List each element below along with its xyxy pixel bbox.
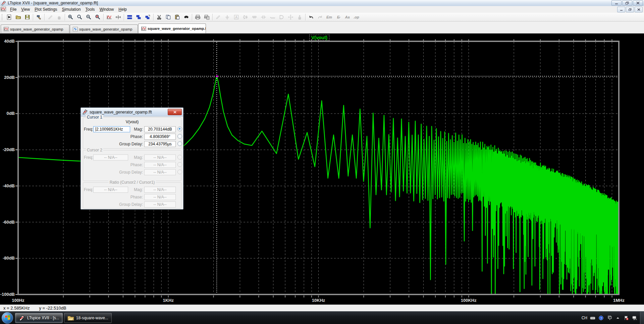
tile-horizontal-icon[interactable] bbox=[125, 13, 134, 21]
tab-strip: square_wave_generator_opampsquare_wave_g… bbox=[0, 21, 644, 34]
tray-window-icon[interactable] bbox=[606, 315, 612, 321]
copy-icon[interactable] bbox=[164, 13, 173, 21]
menu-simulation[interactable]: Simulation bbox=[60, 6, 83, 12]
show-hidden-icons-chevron[interactable] bbox=[615, 315, 621, 321]
cursor-value-field: -- N/A-- bbox=[144, 154, 176, 160]
keyboard-icon[interactable] bbox=[590, 315, 596, 321]
print-preview-icon[interactable] bbox=[202, 13, 211, 21]
window-minimize-button[interactable] bbox=[611, 0, 622, 6]
trace-legend[interactable]: V(vout) bbox=[309, 35, 329, 41]
menu-help[interactable]: Help bbox=[116, 6, 129, 12]
control-panel-icon[interactable] bbox=[34, 13, 43, 21]
cursor-value-field: -- N/A-- bbox=[144, 162, 176, 168]
cursor-radio-selected[interactable] bbox=[177, 127, 182, 131]
text-icon: Aa bbox=[343, 13, 352, 21]
tab-label: square_wave_generator_opamp bbox=[79, 27, 132, 31]
status-bar: x = 2.585KHz y = -22.510dB bbox=[0, 305, 644, 311]
cut-icon[interactable] bbox=[155, 13, 164, 21]
toolbar-separator bbox=[103, 14, 104, 20]
dialog-close-button[interactable] bbox=[168, 109, 182, 115]
phase-label: Phase: bbox=[117, 163, 143, 167]
window-title: LTspice XVII - [square_wave_generator_op… bbox=[8, 1, 98, 5]
drag-icon bbox=[295, 13, 304, 21]
show-desktop-button[interactable] bbox=[640, 312, 644, 324]
menu-view[interactable]: View bbox=[19, 6, 32, 12]
cursor-dialog[interactable]: square_wave_generator_opamp.fft Cursor 1… bbox=[80, 107, 183, 210]
group-ratio-cursor2-cursor1-: Ratio (Cursor2 / Cursor1)Freq:-- N/A--Ma… bbox=[83, 182, 181, 209]
menu-plot-settings[interactable]: Plot Settings bbox=[32, 6, 59, 12]
zoom-in-icon[interactable] bbox=[66, 13, 75, 21]
run-icon[interactable] bbox=[5, 13, 14, 21]
zoom-full-extents-icon[interactable] bbox=[93, 13, 102, 21]
svg-text:20dB: 20dB bbox=[4, 75, 15, 80]
cursor1-signal-name: V(vout) bbox=[83, 120, 181, 124]
taskbar-button-18-square-wave-[interactable]: 18-square-wave... bbox=[64, 313, 112, 323]
toolbar-separator bbox=[124, 14, 124, 20]
menu-window[interactable]: Window bbox=[97, 6, 116, 12]
save-icon[interactable] bbox=[23, 13, 32, 21]
ltspice-app-window: LTspice XVII - [square_wave_generator_op… bbox=[0, 0, 644, 324]
help-icon[interactable]: ? bbox=[598, 315, 604, 321]
toolbar-separator bbox=[192, 14, 192, 20]
svg-text:-100dB: -100dB bbox=[0, 292, 15, 297]
windows-taskbar: LTspice XVII - [s...18-square-wave... CH… bbox=[0, 311, 644, 324]
window-close-button[interactable] bbox=[633, 0, 643, 6]
waveform-pane-icon[interactable] bbox=[105, 13, 114, 21]
cursor-radio-disabled[interactable] bbox=[177, 170, 182, 174]
svg-text:-80dB: -80dB bbox=[3, 256, 15, 261]
zoom-out-icon[interactable] bbox=[84, 13, 93, 21]
undo-icon[interactable] bbox=[307, 13, 316, 21]
taskbar-button-label: LTspice XVII - [s... bbox=[27, 316, 59, 320]
group-cursor-1: Cursor 1V(vout)Freq:2.1009851KHzMag:20.7… bbox=[83, 117, 181, 149]
svg-text:-60dB: -60dB bbox=[3, 220, 15, 225]
tab-2-pane[interactable]: square_wave_generator_opamp bbox=[70, 25, 138, 33]
svg-text:1MHz: 1MHz bbox=[613, 298, 625, 303]
menu-file[interactable]: File bbox=[8, 6, 19, 12]
child-minimize-button[interactable] bbox=[617, 7, 625, 12]
toolbar-separator bbox=[44, 14, 45, 20]
print-icon[interactable] bbox=[193, 13, 202, 21]
spice-directive-icon: .op bbox=[352, 13, 361, 21]
cascade-windows-icon[interactable] bbox=[143, 13, 152, 21]
tab-label: square_wave_generator_opamp bbox=[10, 27, 63, 31]
cursor-radio-unselected[interactable] bbox=[177, 141, 182, 146]
text-caret bbox=[96, 127, 96, 131]
cursor-value-field: -- N/A-- bbox=[144, 169, 176, 175]
move-icon bbox=[286, 13, 295, 21]
taskbar-button-ltspice-xvii-s-[interactable]: LTspice XVII - [s... bbox=[15, 313, 63, 323]
group-cursor-2: Cursor 2Freq:-- N/A--Mag:-- N/A--Phase:-… bbox=[83, 150, 181, 181]
svg-text:0dB: 0dB bbox=[6, 111, 15, 116]
inductor-icon bbox=[268, 13, 277, 21]
schematic-icon bbox=[73, 27, 78, 31]
window-restore-button[interactable] bbox=[622, 0, 632, 6]
action-center-flag-icon[interactable] bbox=[623, 315, 629, 321]
rotate-icon: E̷ bbox=[334, 13, 343, 21]
open-icon[interactable] bbox=[14, 13, 23, 21]
cursor-radio-disabled[interactable] bbox=[177, 162, 182, 167]
tab-3-fft-plot[interactable]: square_wave_generator_opamp.fft bbox=[138, 24, 206, 33]
network-icon[interactable] bbox=[632, 315, 638, 321]
tab-1-pane[interactable]: square_wave_generator_opamp bbox=[1, 25, 69, 33]
toolbar-separator bbox=[65, 14, 65, 20]
cursor-value-field: -- N/A-- bbox=[144, 194, 176, 200]
group-label: Cursor 2 bbox=[86, 148, 103, 152]
tile-vertical-icon[interactable] bbox=[134, 13, 143, 21]
toolbar-grip bbox=[2, 14, 4, 20]
menu-tools[interactable]: Tools bbox=[83, 6, 97, 12]
find-icon[interactable] bbox=[182, 13, 191, 21]
redo-icon bbox=[316, 13, 325, 21]
cursor-radio-unselected[interactable] bbox=[177, 134, 182, 139]
autorange-icon[interactable] bbox=[114, 13, 123, 21]
svg-text:-20dB: -20dB bbox=[3, 147, 15, 152]
child-restore-button[interactable] bbox=[626, 7, 634, 12]
paste-icon[interactable] bbox=[173, 13, 182, 21]
group-label: Cursor 1 bbox=[86, 115, 103, 120]
language-indicator[interactable]: CH bbox=[582, 316, 587, 320]
start-button[interactable] bbox=[2, 312, 13, 324]
cursor-radio-disabled[interactable] bbox=[177, 155, 182, 159]
freq-label: Freq: bbox=[84, 127, 93, 132]
child-close-button[interactable] bbox=[635, 7, 643, 12]
group-label: Ratio (Cursor2 / Cursor1) bbox=[109, 180, 156, 185]
cursor-y-readout: y = -22.510dB bbox=[39, 306, 66, 311]
zoom-back-icon[interactable] bbox=[75, 13, 84, 21]
